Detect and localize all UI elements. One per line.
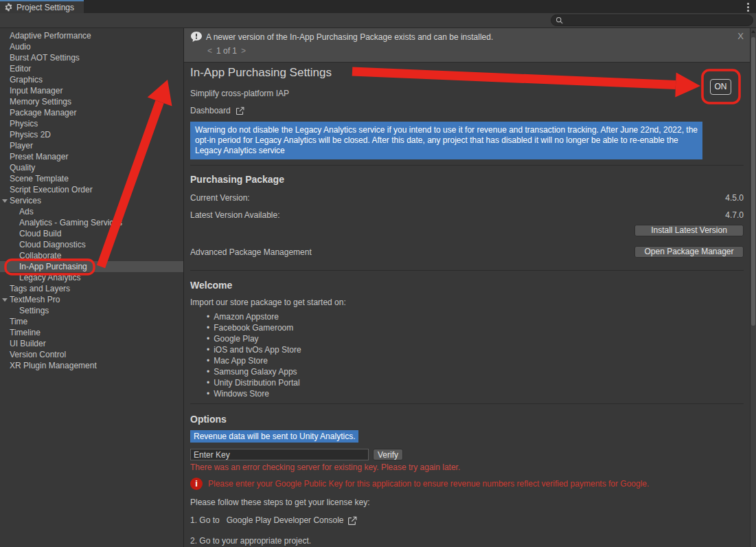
- sidebar-item[interactable]: Preset Manager: [0, 151, 183, 162]
- sidebar-item[interactable]: Script Execution Order: [0, 184, 183, 195]
- sidebar-item[interactable]: Physics: [0, 118, 183, 129]
- analytics-note-badge: Revenue data will be sent to Unity Analy…: [190, 430, 358, 443]
- store-name: Unity Distribution Portal: [214, 377, 299, 388]
- store-list-item: • Samsung Galaxy Apps: [207, 366, 744, 377]
- bullet-icon: •: [207, 344, 209, 355]
- sidebar-item-label: Physics 2D: [10, 130, 51, 139]
- sidebar-item-label: UI Builder: [10, 339, 46, 348]
- main-panel: A newer version of the In-App Purchasing…: [184, 28, 756, 547]
- sidebar-item[interactable]: Adaptive Performance: [0, 30, 183, 41]
- gear-icon: [4, 3, 13, 12]
- sidebar-item[interactable]: Settings: [0, 305, 183, 316]
- sidebar-item[interactable]: Package Manager: [0, 107, 183, 118]
- sidebar-item[interactable]: Collaborate: [0, 250, 183, 261]
- banner-close-icon[interactable]: X: [737, 31, 744, 41]
- sidebar-item[interactable]: TextMesh Pro: [0, 294, 183, 305]
- pager-next-icon[interactable]: >: [241, 46, 246, 56]
- external-link-icon[interactable]: [236, 107, 244, 115]
- sidebar-item[interactable]: Editor: [0, 63, 183, 74]
- store-name: iOS and tvOs App Store: [214, 344, 301, 355]
- bullet-icon: •: [207, 322, 209, 333]
- service-toggle-on-button[interactable]: ON: [710, 79, 731, 95]
- latest-version-value: 4.7.0: [725, 210, 744, 220]
- sidebar-item[interactable]: UI Builder: [0, 338, 183, 349]
- sidebar-item[interactable]: XR Plugin Management: [0, 360, 183, 371]
- sidebar-item[interactable]: Analytics - Gaming Services: [0, 217, 183, 228]
- section-divider: [190, 165, 744, 166]
- sidebar-item-label: Settings: [19, 306, 49, 315]
- sidebar-item-label: Tags and Layers: [10, 284, 70, 293]
- sidebar-item-label: Quality: [10, 163, 35, 172]
- page-title: In-App Purchasing Settings: [190, 66, 744, 80]
- warning-bubble-icon: [191, 32, 202, 42]
- store-list-item: • Mac App Store: [207, 355, 744, 366]
- tab-project-settings[interactable]: Project Settings: [0, 0, 84, 13]
- sidebar-item-label: Burst AOT Settings: [10, 53, 80, 63]
- search-input[interactable]: [563, 16, 748, 25]
- store-list-item: • Amazon Appstore: [207, 311, 744, 322]
- current-version-value: 4.5.0: [725, 193, 744, 203]
- sidebar-item-label: Version Control: [10, 350, 66, 359]
- sidebar-item[interactable]: Legacy Analytics: [0, 272, 183, 283]
- project-settings-window: Project Settings Adaptive Performance: [0, 0, 756, 547]
- google-key-warning-text: Please enter your Google Public Key for …: [208, 478, 649, 489]
- store-name: Samsung Galaxy Apps: [214, 366, 297, 377]
- sidebar-item[interactable]: Cloud Diagnostics: [0, 239, 183, 250]
- sidebar-item[interactable]: Physics 2D: [0, 129, 183, 140]
- install-latest-version-button[interactable]: Install Latest Version: [634, 225, 744, 236]
- verify-button[interactable]: Verify: [373, 449, 403, 460]
- banner-message: A newer version of the In-App Purchasing…: [206, 32, 493, 42]
- vertical-scrollbar[interactable]: [750, 28, 756, 547]
- sidebar-item-label: Editor: [10, 64, 31, 74]
- dashboard-link[interactable]: Dashboard: [190, 105, 231, 116]
- sidebar-item[interactable]: Tags and Layers: [0, 283, 183, 294]
- sidebar-item[interactable]: Services: [0, 195, 183, 206]
- welcome-intro: Import our store package to get started …: [190, 298, 744, 307]
- foldout-triangle-icon[interactable]: [2, 199, 8, 203]
- scroll-up-arrow-icon[interactable]: [751, 30, 755, 33]
- sidebar-item-label: Cloud Build: [19, 229, 61, 238]
- latest-version-label: Latest Version Available:: [190, 210, 280, 220]
- google-play-console-link[interactable]: Google Play Developer Console: [227, 515, 344, 526]
- sidebar-item[interactable]: Graphics: [0, 74, 183, 85]
- sidebar-item-label: XR Plugin Management: [10, 361, 97, 370]
- sidebar-item[interactable]: Timeline: [0, 327, 183, 338]
- sidebar-item[interactable]: Memory Settings: [0, 96, 183, 107]
- sidebar-item-label: Collaborate: [19, 251, 61, 260]
- kebab-menu-icon[interactable]: [746, 1, 751, 13]
- sidebar-item[interactable]: Cloud Build: [0, 228, 183, 239]
- open-package-manager-button[interactable]: Open Package Manager: [634, 246, 744, 258]
- search-field[interactable]: [551, 14, 753, 26]
- sidebar-item[interactable]: Quality: [0, 162, 183, 173]
- section-divider: [190, 403, 744, 404]
- tab-title: Project Settings: [16, 3, 74, 12]
- license-key-input[interactable]: [190, 449, 369, 460]
- sidebar-item-label: Analytics - Gaming Services: [19, 218, 122, 227]
- sidebar-item[interactable]: Audio: [0, 41, 183, 52]
- foldout-triangle-icon[interactable]: [2, 298, 8, 302]
- step2-text: 2. Go to your appropriate project.: [190, 536, 744, 546]
- sidebar-item[interactable]: Time: [0, 316, 183, 327]
- sidebar-item-label: Ads: [19, 207, 34, 216]
- sidebar-item[interactable]: In-App Purchasing: [0, 261, 183, 272]
- sidebar-item-label: Adaptive Performance: [10, 31, 91, 41]
- sidebar-item[interactable]: Burst AOT Settings: [0, 52, 183, 63]
- sidebar-item[interactable]: Scene Template: [0, 173, 183, 184]
- current-version-label: Current Version:: [190, 193, 250, 203]
- external-link-icon[interactable]: [347, 516, 357, 526]
- sidebar-item-label: Audio: [10, 42, 31, 52]
- welcome-section: Welcome Import our store package to get …: [190, 280, 744, 399]
- store-name: Mac App Store: [214, 355, 268, 366]
- tab-bar: Project Settings: [0, 0, 756, 13]
- sidebar-item-label: Time: [10, 317, 27, 326]
- sidebar-item-label: Scene Template: [10, 174, 69, 183]
- sidebar-item[interactable]: Ads: [0, 206, 183, 217]
- pager-prev-icon[interactable]: <: [207, 46, 212, 56]
- sidebar-item[interactable]: Version Control: [0, 349, 183, 360]
- bullet-icon: •: [207, 355, 209, 366]
- sidebar-item-label: Input Manager: [10, 86, 62, 96]
- scrollbar-thumb[interactable]: [751, 37, 755, 326]
- sidebar-item[interactable]: Player: [0, 140, 183, 151]
- sidebar-item[interactable]: Input Manager: [0, 85, 183, 96]
- bullet-icon: •: [207, 366, 209, 377]
